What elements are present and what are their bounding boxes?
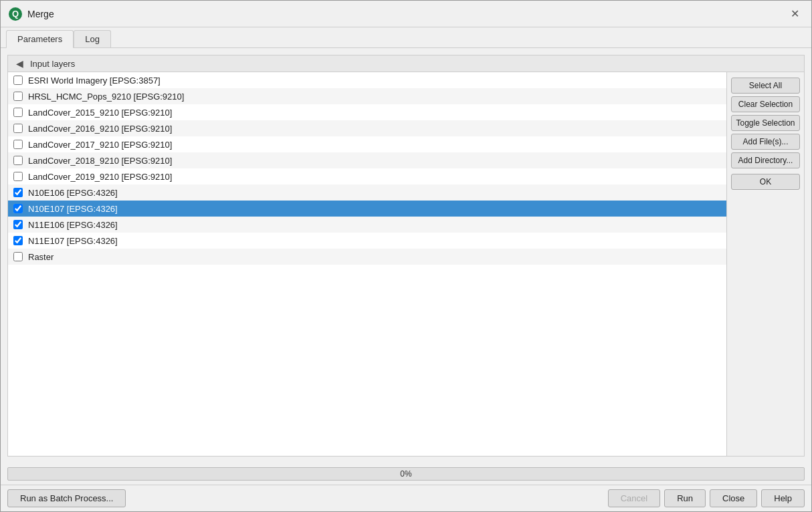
- close-window-button[interactable]: ✕: [787, 6, 803, 21]
- layer-label: ESRI World Imagery [EPSG:3857]: [28, 76, 161, 86]
- layer-checkbox[interactable]: [13, 76, 23, 85]
- layer-checkbox[interactable]: [13, 252, 23, 261]
- layer-item[interactable]: HRSL_HCMC_Pops_9210 [EPSG:9210]: [8, 88, 726, 104]
- back-arrow-icon[interactable]: ◀: [13, 58, 26, 69]
- layer-checkbox[interactable]: [13, 204, 23, 213]
- bottom-right-buttons: Cancel Run Close Help: [608, 489, 805, 507]
- layer-label: Raster: [28, 252, 54, 262]
- layer-label: N10E107 [EPSG:4326]: [28, 204, 118, 214]
- panel-header: ◀ Input layers: [8, 55, 804, 72]
- sidebar-buttons: Select All Clear Selection Toggle Select…: [727, 72, 804, 456]
- tab-bar: Parameters Log: [1, 27, 811, 48]
- layer-checkbox[interactable]: [13, 140, 23, 149]
- progress-row: 0%: [1, 463, 811, 485]
- layer-label: LandCover_2015_9210 [EPSG:9210]: [28, 108, 172, 118]
- layer-item[interactable]: ESRI World Imagery [EPSG:3857]: [8, 72, 726, 88]
- layer-item[interactable]: LandCover_2015_9210 [EPSG:9210]: [8, 104, 726, 120]
- layer-label: N11E106 [EPSG:4326]: [28, 220, 118, 230]
- ok-button[interactable]: OK: [731, 174, 800, 190]
- main-content: ◀ Input layers ESRI World Imagery [EPSG:…: [1, 48, 811, 463]
- layer-label: HRSL_HCMC_Pops_9210 [EPSG:9210]: [28, 92, 184, 102]
- merge-dialog: Q Merge ✕ Parameters Log ◀ Input layers …: [0, 0, 812, 512]
- panel-title: Input layers: [30, 59, 75, 69]
- select-all-button[interactable]: Select All: [731, 78, 800, 94]
- tab-parameters[interactable]: Parameters: [6, 30, 74, 48]
- layer-checkbox[interactable]: [13, 220, 23, 229]
- layer-checkbox[interactable]: [13, 124, 23, 133]
- layer-label: N11E107 [EPSG:4326]: [28, 236, 118, 246]
- layer-list: ESRI World Imagery [EPSG:3857]HRSL_HCMC_…: [8, 72, 727, 456]
- add-files-button[interactable]: Add File(s)...: [731, 134, 800, 150]
- layer-checkbox[interactable]: [13, 172, 23, 181]
- input-layers-panel: ◀ Input layers ESRI World Imagery [EPSG:…: [7, 55, 805, 457]
- add-directory-button[interactable]: Add Directory...: [731, 152, 800, 168]
- layer-item[interactable]: Raster: [8, 249, 726, 265]
- layer-item[interactable]: LandCover_2016_9210 [EPSG:9210]: [8, 120, 726, 136]
- tab-log[interactable]: Log: [74, 30, 111, 47]
- layer-label: LandCover_2019_9210 [EPSG:9210]: [28, 172, 172, 182]
- layer-item[interactable]: LandCover_2019_9210 [EPSG:9210]: [8, 168, 726, 184]
- layer-item[interactable]: N10E107 [EPSG:4326]: [8, 201, 726, 217]
- layer-checkbox[interactable]: [13, 108, 23, 117]
- bottom-left-buttons: Run as Batch Process...: [7, 489, 126, 507]
- app-icon: Q: [9, 7, 22, 21]
- layer-label: LandCover_2017_9210 [EPSG:9210]: [28, 140, 172, 150]
- bottom-bar: Run as Batch Process... Cancel Run Close…: [1, 485, 811, 511]
- layer-label: LandCover_2016_9210 [EPSG:9210]: [28, 124, 172, 134]
- progress-label: 0%: [8, 468, 804, 480]
- title-bar: Q Merge ✕: [1, 1, 811, 27]
- layer-item[interactable]: LandCover_2017_9210 [EPSG:9210]: [8, 136, 726, 152]
- layer-label: N10E106 [EPSG:4326]: [28, 188, 118, 198]
- layer-checkbox[interactable]: [13, 92, 23, 101]
- toggle-selection-button[interactable]: Toggle Selection: [731, 115, 800, 131]
- batch-process-button[interactable]: Run as Batch Process...: [7, 489, 126, 507]
- panel-body: ESRI World Imagery [EPSG:3857]HRSL_HCMC_…: [8, 72, 804, 456]
- run-button[interactable]: Run: [664, 489, 706, 507]
- window-title: Merge: [27, 9, 54, 19]
- layer-item[interactable]: LandCover_2018_9210 [EPSG:9210]: [8, 152, 726, 168]
- layer-label: LandCover_2018_9210 [EPSG:9210]: [28, 156, 172, 166]
- layer-checkbox[interactable]: [13, 156, 23, 165]
- layer-checkbox[interactable]: [13, 188, 23, 197]
- title-bar-left: Q Merge: [9, 7, 54, 21]
- help-button[interactable]: Help: [761, 489, 805, 507]
- layer-item[interactable]: N11E106 [EPSG:4326]: [8, 217, 726, 233]
- layer-item[interactable]: N11E107 [EPSG:4326]: [8, 233, 726, 249]
- layer-checkbox[interactable]: [13, 236, 23, 245]
- close-button[interactable]: Close: [710, 489, 757, 507]
- cancel-button[interactable]: Cancel: [608, 489, 660, 507]
- layer-item[interactable]: N10E106 [EPSG:4326]: [8, 184, 726, 201]
- clear-selection-button[interactable]: Clear Selection: [731, 96, 800, 112]
- progress-bar: 0%: [7, 467, 805, 481]
